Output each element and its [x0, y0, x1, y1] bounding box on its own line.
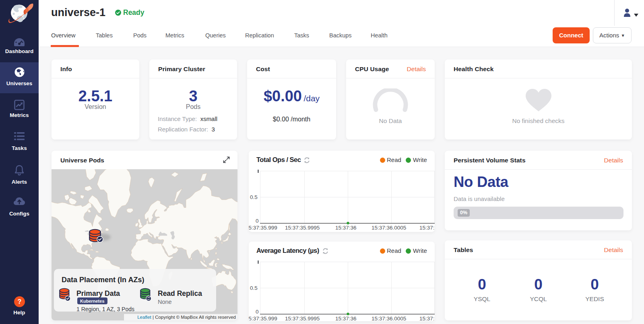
svg-text:?: ? [17, 298, 21, 305]
